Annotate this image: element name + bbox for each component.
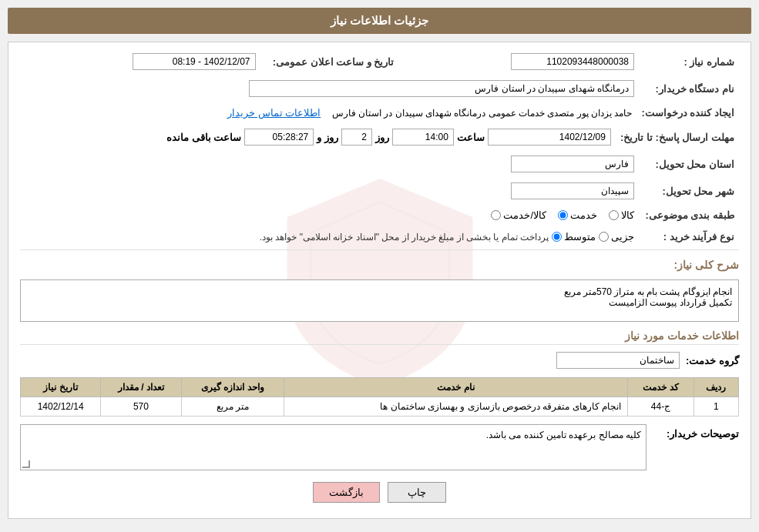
back-button[interactable]: بازگشت [313, 482, 380, 503]
remaining-label: ساعت باقی مانده [166, 132, 241, 143]
service-group-label: گروه خدمت: [686, 355, 739, 366]
days-and-label: روز و [317, 132, 338, 143]
service-group-input[interactable] [556, 352, 680, 369]
cell-row: 1 [694, 397, 738, 417]
requester-value: حامد یزدان پور متصدی خدمات عمومی درمانگا… [332, 108, 633, 119]
bottom-actions: چاپ بازگشت [20, 482, 739, 503]
page-title: جزئیات اطلاعات نیاز [331, 14, 428, 27]
col-qty: تعداد / مقدار [101, 378, 181, 397]
need-number-input[interactable] [511, 53, 634, 70]
buyer-org-label: نام دستگاه خریدار: [639, 77, 739, 100]
page-header: جزئیات اطلاعات نیاز [8, 8, 751, 34]
category-radio-group: کالا خدمت کالا/خدمت [491, 209, 634, 221]
response-days-input[interactable] [341, 129, 372, 146]
table-row: 1 ج-44 انجام کارهای متفرقه درخصوص بازساز… [21, 397, 739, 417]
col-code: کد خدمت [628, 378, 694, 397]
contact-link[interactable]: اطلاعات تماس خریدار [227, 107, 321, 119]
col-unit: واحد اندازه گیری [181, 378, 284, 397]
response-deadline-label: مهلت ارسال پاسخ: تا تاریخ: [616, 125, 739, 149]
purchase-type-label: نوع فرآیند خرید : [639, 228, 739, 246]
cell-name: انجام کارهای متفرقه درخصوص بازسازی و بهس… [284, 397, 628, 417]
col-name: نام خدمت [284, 378, 628, 397]
announcement-value-input[interactable] [133, 53, 256, 70]
buyer-notes-content: کلیه مصالح برعهده تامین کننده می باشد. [25, 430, 641, 440]
services-table: ردیف کد خدمت نام خدمت واحد اندازه گیری ت… [20, 377, 739, 417]
services-section-title: اطلاعات خدمات مورد نیاز [20, 330, 739, 345]
cell-code: ج-44 [628, 397, 694, 417]
delivery-province-label: استان محل تحویل: [639, 152, 739, 176]
announcement-label: تاریخ و ساعت اعلان عمومی: [260, 50, 399, 73]
days-label: روز [375, 132, 389, 143]
response-time-input[interactable] [392, 129, 454, 146]
buyer-org-input[interactable] [249, 80, 634, 97]
description-section-title: شرح کلی نیاز: [674, 259, 739, 273]
category-option-kala[interactable]: کالا [609, 209, 634, 221]
description-line2: تکمیل قرارداد پیوست الزامیست [609, 297, 732, 308]
time-label: ساعت [457, 132, 485, 143]
description-box: انجام ایزوگام پشت بام به متراز 570متر مر… [20, 279, 739, 322]
response-date-input[interactable] [488, 129, 611, 146]
buyer-notes-box: کلیه مصالح برعهده تامین کننده می باشد. [20, 424, 646, 470]
buyer-notes-label: توصیحات خریدار: [654, 424, 739, 440]
purchase-type-jozi[interactable]: جزیی [599, 231, 634, 243]
print-button[interactable]: چاپ [388, 482, 446, 503]
description-line1: انجام ایزوگام پشت بام به متراز 570متر مر… [564, 286, 732, 297]
delivery-city-input[interactable] [511, 182, 634, 199]
cell-qty: 570 [101, 397, 181, 417]
requester-label: ایجاد کننده درخواست: [636, 104, 739, 122]
category-option-khedmat[interactable]: خدمت [558, 209, 597, 221]
col-date: تاریخ نیاز [21, 378, 101, 397]
delivery-province-input[interactable] [511, 156, 634, 172]
response-remaining-input[interactable] [244, 129, 314, 146]
delivery-city-label: شهر محل تحویل: [639, 179, 739, 202]
cell-date: 1402/12/14 [21, 397, 101, 417]
category-option-both[interactable]: کالا/خدمت [491, 209, 546, 221]
purchase-type-mota[interactable]: متوسط [552, 231, 596, 243]
category-label: طبقه بندی موضوعی: [639, 206, 739, 224]
purchase-type-note: پرداخت تمام یا بخشی از مبلغ خریدار از مح… [260, 232, 549, 243]
resize-handle [22, 460, 30, 468]
col-row: ردیف [694, 378, 738, 397]
cell-unit: متر مربع [181, 397, 284, 417]
need-number-label: شماره نیاز : [639, 50, 739, 73]
